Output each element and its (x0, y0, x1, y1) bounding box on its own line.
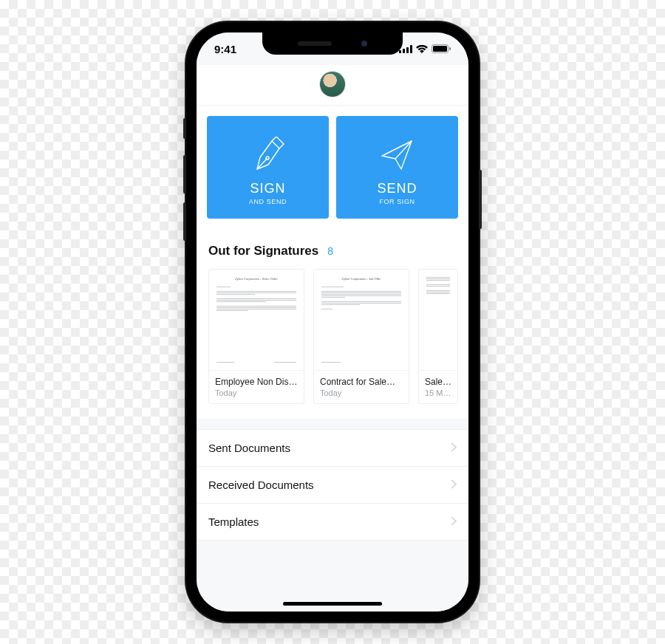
chevron-right-icon (451, 479, 457, 491)
svg-rect-1 (403, 49, 405, 53)
document-title: Employee Non Dis… (215, 377, 298, 387)
chevron-right-icon (451, 515, 457, 528)
document-preview: Zylker Corporation - Sales Order (209, 270, 304, 370)
app-content: SIGN AND SEND SEND FOR SIGN Out for Sign… (197, 32, 468, 612)
svg-rect-6 (449, 47, 451, 50)
document-title: Contract for Sale… (320, 377, 403, 387)
avatar[interactable] (319, 71, 346, 97)
status-time: 9:41 (214, 43, 236, 55)
svg-point-8 (266, 157, 269, 160)
app-header (197, 65, 468, 106)
document-preview: Zylker Corporation - Job Offer (314, 270, 409, 370)
paper-plane-icon (379, 132, 416, 178)
phone-mute-switch (183, 118, 186, 139)
chevron-right-icon (451, 442, 457, 454)
screen: 9:41 (197, 32, 468, 612)
nav-received-documents[interactable]: Received Documents (197, 467, 468, 504)
home-indicator[interactable] (283, 602, 382, 606)
document-preview (419, 270, 457, 370)
nav-sent-documents[interactable]: Sent Documents (197, 430, 468, 467)
phone-volume-up (183, 155, 186, 193)
out-for-signatures-title: Out for Signatures (208, 244, 318, 258)
list-item-label: Sent Documents (208, 442, 290, 454)
svg-rect-3 (410, 45, 412, 53)
document-date: 15 M… (425, 388, 451, 397)
list-item-label: Received Documents (208, 479, 314, 491)
document-date: Today (320, 388, 403, 397)
svg-line-9 (395, 141, 412, 159)
nav-templates[interactable]: Templates (197, 504, 468, 541)
document-title: Sale… (425, 377, 451, 387)
list-item-label: Templates (208, 515, 259, 528)
nav-list: Sent Documents Received Documents Templa… (197, 429, 468, 541)
document-card[interactable]: Sale… 15 M… (418, 269, 458, 404)
phone-side-button (479, 170, 482, 229)
phone-frame: 9:41 (186, 22, 479, 622)
document-card[interactable]: Zylker Corporation - Job Offer Contract … (313, 269, 409, 404)
pen-nib-icon (250, 132, 287, 178)
status-icons (399, 44, 451, 53)
out-for-signatures-head: Out for Signatures 8 (197, 229, 468, 266)
battery-icon (432, 44, 451, 53)
sign-label: SIGN (250, 181, 285, 196)
documents-scroll[interactable]: Zylker Corporation - Sales Order Employe… (197, 266, 468, 419)
sign-sublabel: AND SEND (249, 198, 287, 205)
document-card[interactable]: Zylker Corporation - Sales Order Employe… (208, 269, 304, 404)
send-for-sign-card[interactable]: SEND FOR SIGN (336, 116, 458, 219)
send-label: SEND (377, 181, 417, 196)
wifi-icon (416, 45, 428, 53)
action-row: SIGN AND SEND SEND FOR SIGN (197, 106, 468, 229)
svg-rect-5 (433, 46, 447, 52)
notch (262, 32, 403, 55)
svg-rect-2 (406, 47, 409, 53)
document-date: Today (215, 388, 298, 397)
sign-and-send-card[interactable]: SIGN AND SEND (207, 116, 329, 219)
phone-volume-down (183, 202, 186, 241)
send-sublabel: FOR SIGN (379, 198, 415, 205)
out-for-signatures-count: 8 (327, 245, 333, 257)
svg-rect-0 (399, 50, 401, 53)
